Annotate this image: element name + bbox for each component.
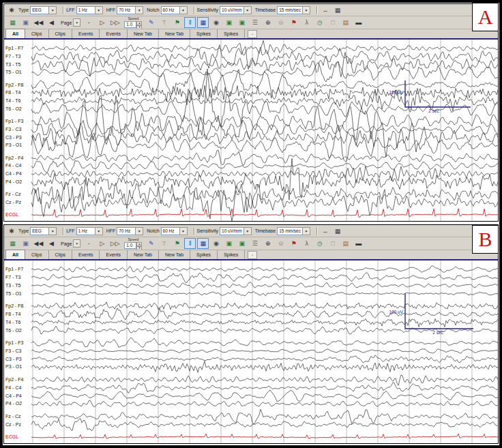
type-select[interactable]: EEG▼ xyxy=(30,227,57,235)
page-dropdown-arrow[interactable]: ▾ xyxy=(73,18,80,27)
spinner-down-icon[interactable]: ▼ xyxy=(136,25,142,29)
video-icon[interactable]: ▣ xyxy=(20,238,31,249)
new-tab-icon[interactable]: ▫ xyxy=(248,251,257,259)
spinner-down-icon[interactable]: ▼ xyxy=(136,246,142,250)
tab-spikes[interactable]: Spikes xyxy=(190,29,218,38)
measure-button[interactable]: ↔ xyxy=(320,5,331,16)
chevron-down-icon[interactable]: ▼ xyxy=(179,6,188,14)
tab-new-tab[interactable]: New Tab xyxy=(128,29,159,38)
chevron-down-icon[interactable]: ▼ xyxy=(95,6,103,14)
marker-icon[interactable]: ✎ xyxy=(145,17,157,28)
speed-value[interactable]: 1.0 xyxy=(124,21,136,28)
chevron-down-icon[interactable]: ▼ xyxy=(302,227,310,235)
grid-view-icon[interactable]: ▦ xyxy=(197,238,209,249)
sensitivity-select[interactable]: 10 uV/mm▼ xyxy=(220,227,252,235)
tab-new-tab[interactable]: New Tab xyxy=(159,250,190,259)
speed-value[interactable]: 1.0 xyxy=(124,242,136,249)
rewind-button[interactable]: ◀◀ xyxy=(33,17,44,28)
settings-gear-icon[interactable]: ✱ xyxy=(6,5,17,16)
rewind-button[interactable]: ◀◀ xyxy=(33,238,44,249)
step-back-button[interactable]: ◀ xyxy=(46,17,57,28)
tab-events[interactable]: Events xyxy=(72,29,100,38)
tab-spikes[interactable]: Spikes xyxy=(218,250,245,259)
chevron-down-icon[interactable]: ▼ xyxy=(243,6,252,14)
tab-clips[interactable]: Clips xyxy=(25,250,49,259)
chevron-down-icon[interactable]: ▼ xyxy=(48,6,57,14)
zoom-out-icon[interactable]: ⊖ xyxy=(275,17,286,28)
camera-icon[interactable]: ◉ xyxy=(210,17,222,28)
type-select[interactable]: EEG▼ xyxy=(30,6,57,14)
tab-events[interactable]: Events xyxy=(100,29,127,38)
chevron-down-icon[interactable]: ▼ xyxy=(243,227,252,235)
display-icon[interactable]: ▬ xyxy=(353,17,364,28)
tab-new-tab[interactable]: New Tab xyxy=(159,29,190,38)
clock-icon[interactable]: ◷ xyxy=(314,17,325,28)
fast-forward-button[interactable]: ▷▷ xyxy=(109,17,121,28)
tab-clips[interactable]: Clips xyxy=(49,250,73,259)
monitor-icon[interactable]: ▣ xyxy=(223,238,235,249)
save-icon[interactable]: ▤ xyxy=(340,238,351,249)
save-icon[interactable]: ▤ xyxy=(340,17,351,28)
tab-spikes[interactable]: Spikes xyxy=(190,250,218,259)
printer-icon[interactable]: ☰ xyxy=(249,238,261,249)
chevron-down-icon[interactable]: ▼ xyxy=(179,227,188,235)
sensitivity-select[interactable]: 10 uV/mm▼ xyxy=(220,6,252,14)
flag-walk-icon[interactable]: ⚑ xyxy=(171,17,183,28)
settings-gear-icon[interactable]: ✱ xyxy=(6,226,17,237)
monitor-icon[interactable]: ▣ xyxy=(223,17,235,28)
timebase-select[interactable]: 15 mm/sec▼ xyxy=(277,227,310,235)
timebase-select[interactable]: 15 mm/sec▼ xyxy=(277,6,310,14)
clock-icon[interactable]: ◷ xyxy=(314,238,325,249)
tab-clips[interactable]: Clips xyxy=(25,29,49,38)
chevron-down-icon[interactable]: ▼ xyxy=(135,227,143,235)
grid-view-icon[interactable]: ▦ xyxy=(197,17,209,28)
montage-icon[interactable]: ▦ xyxy=(7,17,18,28)
chevron-down-icon[interactable]: ▼ xyxy=(135,6,143,14)
tab-events[interactable]: Events xyxy=(100,250,127,259)
tab-clips[interactable]: Clips xyxy=(49,29,73,38)
copy-page-icon[interactable]: □ xyxy=(327,17,338,28)
tab-new-tab[interactable]: New Tab xyxy=(128,250,159,259)
chevron-down-icon[interactable]: ▼ xyxy=(95,227,103,235)
camera-icon[interactable]: ◉ xyxy=(210,238,222,249)
chevron-down-icon[interactable]: ▼ xyxy=(48,227,57,235)
monitor-copy-icon[interactable]: ▣ xyxy=(236,238,248,249)
video-icon[interactable]: ▣ xyxy=(20,17,31,28)
lff-select[interactable]: 1 Hz▼ xyxy=(76,6,103,14)
new-tab-icon[interactable]: ▫ xyxy=(248,30,257,38)
chevron-down-icon[interactable]: ▼ xyxy=(302,6,310,14)
printer-icon[interactable]: ☰ xyxy=(249,17,261,28)
flag-walk-icon[interactable]: ⚑ xyxy=(171,238,183,249)
text-tool-icon[interactable]: T xyxy=(158,17,170,28)
step-back-button[interactable]: ◀ xyxy=(46,238,57,249)
tab-all[interactable]: All xyxy=(5,250,25,259)
zoom-in-icon[interactable]: ⊕ xyxy=(262,238,274,249)
fast-forward-button[interactable]: ▷▷ xyxy=(109,238,121,249)
split-screen-icon[interactable]: ‖ xyxy=(184,17,196,28)
display-icon[interactable]: ▬ xyxy=(353,238,364,249)
page-dropdown-arrow[interactable]: ▾ xyxy=(73,239,80,248)
eeg-trace-area[interactable]: Fp1 - F7F7 - T3T3 - T5T5 - O1Fp2 - F8F8 … xyxy=(4,38,498,221)
lff-select[interactable]: 1 Hz▼ xyxy=(76,227,103,235)
tab-events[interactable]: Events xyxy=(72,250,100,259)
montage-icon[interactable]: ▦ xyxy=(7,238,18,249)
person-icon[interactable]: λ xyxy=(301,17,312,28)
montage-grid-button[interactable]: ▦ xyxy=(332,5,343,16)
event-flag-icon[interactable]: ⚑ xyxy=(288,238,299,249)
event-flag-icon[interactable]: ⚑ xyxy=(288,17,299,28)
split-screen-icon[interactable]: ‖ xyxy=(184,238,196,249)
tab-all[interactable]: All xyxy=(5,29,25,38)
montage-grid-button[interactable]: ▦ xyxy=(332,226,343,237)
play-button[interactable]: ▷ xyxy=(96,238,108,249)
zoom-in-icon[interactable]: ⊕ xyxy=(262,17,274,28)
copy-page-icon[interactable]: □ xyxy=(327,238,338,249)
eeg-trace-area[interactable]: Fp1 - F7F7 - T3T3 - T5T5 - O1Fp2 - F8F8 … xyxy=(4,259,498,443)
measure-button[interactable]: ↔ xyxy=(320,226,331,237)
marker-icon[interactable]: ✎ xyxy=(145,238,157,249)
hff-select[interactable]: 70 Hz▼ xyxy=(117,227,143,235)
text-tool-icon[interactable]: T xyxy=(158,238,170,249)
notch-select[interactable]: 60 Hz▼ xyxy=(161,227,188,235)
minus-button[interactable]: - xyxy=(83,17,94,28)
notch-select[interactable]: 60 Hz▼ xyxy=(161,6,188,14)
zoom-out-icon[interactable]: ⊖ xyxy=(275,238,286,249)
